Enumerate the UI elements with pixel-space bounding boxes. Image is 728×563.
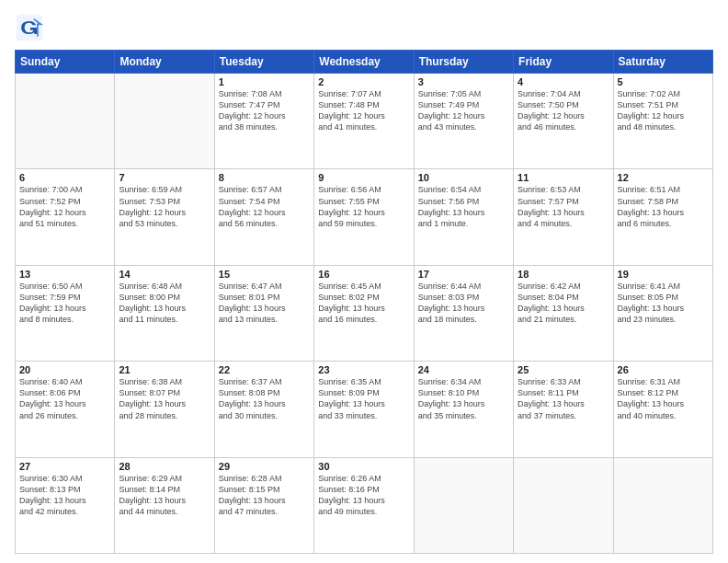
calendar-cell <box>514 457 613 553</box>
cell-info-text: Sunrise: 6:40 AM Sunset: 8:06 PM Dayligh… <box>19 376 110 421</box>
cell-info-text: Sunrise: 6:29 AM Sunset: 8:14 PM Dayligh… <box>119 473 210 518</box>
cell-day-number: 30 <box>318 461 409 472</box>
cell-info-text: Sunrise: 6:42 AM Sunset: 8:04 PM Dayligh… <box>518 281 609 326</box>
cell-day-number: 27 <box>19 461 110 472</box>
calendar-cell: 12Sunrise: 6:51 AM Sunset: 7:58 PM Dayli… <box>613 169 712 265</box>
calendar-cell: 11Sunrise: 6:53 AM Sunset: 7:57 PM Dayli… <box>514 169 613 265</box>
cell-day-number: 10 <box>418 172 509 183</box>
weekday-header-sunday: Sunday <box>16 51 115 74</box>
calendar-cell <box>613 457 712 553</box>
cell-info-text: Sunrise: 6:28 AM Sunset: 8:15 PM Dayligh… <box>219 473 310 518</box>
cell-day-number: 12 <box>618 172 709 183</box>
calendar-cell: 14Sunrise: 6:48 AM Sunset: 8:00 PM Dayli… <box>115 265 214 361</box>
cell-day-number: 26 <box>618 364 709 375</box>
cell-day-number: 28 <box>119 461 210 472</box>
calendar-cell: 30Sunrise: 6:26 AM Sunset: 8:16 PM Dayli… <box>314 457 414 553</box>
cell-info-text: Sunrise: 6:56 AM Sunset: 7:55 PM Dayligh… <box>318 184 409 229</box>
cell-day-number: 18 <box>518 269 609 280</box>
cell-day-number: 19 <box>618 269 709 280</box>
cell-info-text: Sunrise: 6:45 AM Sunset: 8:02 PM Dayligh… <box>318 281 409 326</box>
calendar-cell: 25Sunrise: 6:33 AM Sunset: 8:11 PM Dayli… <box>514 362 613 457</box>
cell-day-number: 17 <box>418 269 509 280</box>
calendar-cell: 20Sunrise: 6:40 AM Sunset: 8:06 PM Dayli… <box>16 362 115 457</box>
calendar-cell: 8Sunrise: 6:57 AM Sunset: 7:54 PM Daylig… <box>214 169 313 265</box>
cell-day-number: 15 <box>219 269 310 280</box>
cell-info-text: Sunrise: 6:48 AM Sunset: 8:00 PM Dayligh… <box>119 281 210 326</box>
calendar-cell: 7Sunrise: 6:59 AM Sunset: 7:53 PM Daylig… <box>115 169 214 265</box>
cell-info-text: Sunrise: 6:31 AM Sunset: 8:12 PM Dayligh… <box>618 376 709 421</box>
calendar-cell: 2Sunrise: 7:07 AM Sunset: 7:48 PM Daylig… <box>314 74 414 169</box>
calendar-table: SundayMondayTuesdayWednesdayThursdayFrid… <box>15 50 713 554</box>
calendar-cell: 6Sunrise: 7:00 AM Sunset: 7:52 PM Daylig… <box>16 169 115 265</box>
calendar-cell: 5Sunrise: 7:02 AM Sunset: 7:51 PM Daylig… <box>613 74 712 169</box>
calendar-cell: 27Sunrise: 6:30 AM Sunset: 8:13 PM Dayli… <box>16 457 115 553</box>
cell-info-text: Sunrise: 7:05 AM Sunset: 7:49 PM Dayligh… <box>418 88 509 133</box>
cell-info-text: Sunrise: 7:02 AM Sunset: 7:51 PM Dayligh… <box>618 88 709 133</box>
calendar-cell: 3Sunrise: 7:05 AM Sunset: 7:49 PM Daylig… <box>414 74 513 169</box>
cell-day-number: 13 <box>19 269 110 280</box>
calendar-cell <box>414 457 513 553</box>
header <box>15 13 713 42</box>
calendar-week-3: 13Sunrise: 6:50 AM Sunset: 7:59 PM Dayli… <box>16 265 713 361</box>
calendar-cell <box>115 74 214 169</box>
page: SundayMondayTuesdayWednesdayThursdayFrid… <box>0 0 728 563</box>
calendar-cell <box>16 74 115 169</box>
cell-day-number: 21 <box>119 364 210 375</box>
cell-info-text: Sunrise: 6:51 AM Sunset: 7:58 PM Dayligh… <box>618 184 709 229</box>
weekday-header-row: SundayMondayTuesdayWednesdayThursdayFrid… <box>16 51 713 74</box>
weekday-header-wednesday: Wednesday <box>314 51 414 74</box>
calendar-body: 1Sunrise: 7:08 AM Sunset: 7:47 PM Daylig… <box>16 74 713 554</box>
weekday-header-thursday: Thursday <box>414 51 513 74</box>
cell-day-number: 3 <box>418 76 509 87</box>
cell-info-text: Sunrise: 6:53 AM Sunset: 7:57 PM Dayligh… <box>518 184 609 229</box>
cell-info-text: Sunrise: 7:07 AM Sunset: 7:48 PM Dayligh… <box>318 88 409 133</box>
calendar-week-5: 27Sunrise: 6:30 AM Sunset: 8:13 PM Dayli… <box>16 457 713 553</box>
weekday-header-monday: Monday <box>115 51 214 74</box>
calendar-cell: 29Sunrise: 6:28 AM Sunset: 8:15 PM Dayli… <box>214 457 313 553</box>
cell-day-number: 4 <box>518 76 609 87</box>
calendar-cell: 28Sunrise: 6:29 AM Sunset: 8:14 PM Dayli… <box>115 457 214 553</box>
cell-day-number: 20 <box>19 364 110 375</box>
cell-day-number: 29 <box>219 461 310 472</box>
calendar-header: SundayMondayTuesdayWednesdayThursdayFrid… <box>16 51 713 74</box>
calendar-cell: 9Sunrise: 6:56 AM Sunset: 7:55 PM Daylig… <box>314 169 414 265</box>
calendar-week-2: 6Sunrise: 7:00 AM Sunset: 7:52 PM Daylig… <box>16 169 713 265</box>
cell-info-text: Sunrise: 6:35 AM Sunset: 8:09 PM Dayligh… <box>318 376 409 421</box>
cell-info-text: Sunrise: 7:04 AM Sunset: 7:50 PM Dayligh… <box>518 88 609 133</box>
cell-day-number: 25 <box>518 364 609 375</box>
cell-info-text: Sunrise: 7:08 AM Sunset: 7:47 PM Dayligh… <box>219 88 310 133</box>
cell-day-number: 6 <box>19 172 110 183</box>
cell-day-number: 23 <box>318 364 409 375</box>
cell-day-number: 9 <box>318 172 409 183</box>
calendar-week-4: 20Sunrise: 6:40 AM Sunset: 8:06 PM Dayli… <box>16 362 713 457</box>
cell-info-text: Sunrise: 6:59 AM Sunset: 7:53 PM Dayligh… <box>119 184 210 229</box>
calendar-cell: 17Sunrise: 6:44 AM Sunset: 8:03 PM Dayli… <box>414 265 513 361</box>
calendar-cell: 24Sunrise: 6:34 AM Sunset: 8:10 PM Dayli… <box>414 362 513 457</box>
cell-day-number: 24 <box>418 364 509 375</box>
calendar-cell: 1Sunrise: 7:08 AM Sunset: 7:47 PM Daylig… <box>214 74 313 169</box>
cell-info-text: Sunrise: 6:47 AM Sunset: 8:01 PM Dayligh… <box>219 281 310 326</box>
cell-day-number: 16 <box>318 269 409 280</box>
calendar-cell: 10Sunrise: 6:54 AM Sunset: 7:56 PM Dayli… <box>414 169 513 265</box>
cell-day-number: 8 <box>219 172 310 183</box>
cell-day-number: 11 <box>518 172 609 183</box>
cell-info-text: Sunrise: 6:26 AM Sunset: 8:16 PM Dayligh… <box>318 473 409 518</box>
calendar-cell: 16Sunrise: 6:45 AM Sunset: 8:02 PM Dayli… <box>314 265 414 361</box>
calendar-week-1: 1Sunrise: 7:08 AM Sunset: 7:47 PM Daylig… <box>16 74 713 169</box>
cell-info-text: Sunrise: 6:38 AM Sunset: 8:07 PM Dayligh… <box>119 376 210 421</box>
logo <box>15 13 48 42</box>
cell-info-text: Sunrise: 6:30 AM Sunset: 8:13 PM Dayligh… <box>19 473 110 518</box>
cell-day-number: 14 <box>119 269 210 280</box>
cell-day-number: 2 <box>318 76 409 87</box>
cell-info-text: Sunrise: 6:33 AM Sunset: 8:11 PM Dayligh… <box>518 376 609 421</box>
cell-info-text: Sunrise: 6:54 AM Sunset: 7:56 PM Dayligh… <box>418 184 509 229</box>
cell-info-text: Sunrise: 7:00 AM Sunset: 7:52 PM Dayligh… <box>19 184 110 229</box>
calendar-cell: 4Sunrise: 7:04 AM Sunset: 7:50 PM Daylig… <box>514 74 613 169</box>
calendar-cell: 23Sunrise: 6:35 AM Sunset: 8:09 PM Dayli… <box>314 362 414 457</box>
calendar-cell: 13Sunrise: 6:50 AM Sunset: 7:59 PM Dayli… <box>16 265 115 361</box>
calendar-cell: 21Sunrise: 6:38 AM Sunset: 8:07 PM Dayli… <box>115 362 214 457</box>
weekday-header-saturday: Saturday <box>613 51 712 74</box>
cell-info-text: Sunrise: 6:50 AM Sunset: 7:59 PM Dayligh… <box>19 281 110 326</box>
calendar-cell: 15Sunrise: 6:47 AM Sunset: 8:01 PM Dayli… <box>214 265 313 361</box>
cell-info-text: Sunrise: 6:41 AM Sunset: 8:05 PM Dayligh… <box>618 281 709 326</box>
